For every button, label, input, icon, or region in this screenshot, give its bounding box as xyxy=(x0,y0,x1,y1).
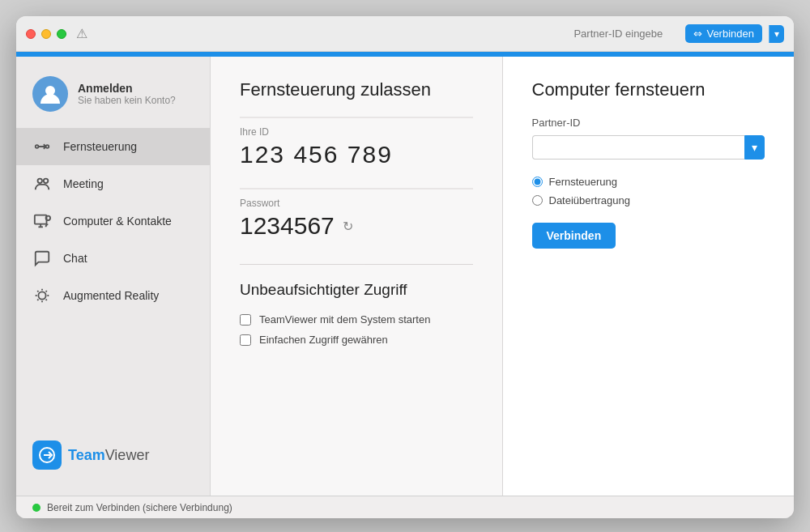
radio-fernsteuerung-label: Fernsteuerung xyxy=(549,176,618,188)
right-pane-title: Computer fernsteuern xyxy=(532,79,765,100)
user-section: Anmelden Sie haben kein Konto? xyxy=(16,70,210,128)
id-value: 123 456 789 xyxy=(240,141,473,168)
radio-group: Fernsteuerung Dateiübertragung xyxy=(532,176,765,206)
svg-point-1 xyxy=(36,145,39,148)
left-pane: Fernsteuerung zulassen Ihre ID 123 456 7… xyxy=(211,57,503,496)
radio-dateiuebertragung: Dateiübertragung xyxy=(532,194,765,206)
user-subtitle: Sie haben kein Konto? xyxy=(78,95,176,106)
sidebar-item-fernsteuerung[interactable]: Fernsteuerung xyxy=(16,128,210,165)
titlebar-connect-button[interactable]: ⇔ Verbinden xyxy=(685,24,762,43)
user-info: Anmelden Sie haben kein Konto? xyxy=(78,82,176,106)
svg-point-3 xyxy=(38,179,43,184)
svg-rect-5 xyxy=(35,215,47,224)
meeting-icon xyxy=(32,174,52,194)
logo-light: Viewer xyxy=(105,447,150,463)
titlebar-right: ⇔ Verbinden ▾ xyxy=(573,24,784,43)
main-content: Anmelden Sie haben kein Konto? Fernste xyxy=(16,57,794,496)
password-label: Passwort xyxy=(240,188,473,209)
radio-fernsteuerung: Fernsteuerung xyxy=(532,176,765,188)
augmented-reality-label: Augmented Reality xyxy=(63,289,159,302)
chat-icon xyxy=(32,249,52,268)
chat-label: Chat xyxy=(63,252,87,265)
id-label: Ihre ID xyxy=(240,117,473,138)
titlebar-partner-id-input[interactable] xyxy=(573,28,679,40)
partner-id-input[interactable] xyxy=(532,135,745,160)
main-window: ⚠ ⇔ Verbinden ▾ Anmel xyxy=(16,16,794,518)
status-dot xyxy=(32,504,40,512)
checkbox-system-start: TeamViewer mit dem System starten xyxy=(240,313,473,326)
svg-point-2 xyxy=(46,145,49,148)
nav-items: Fernsteuerung Meeting xyxy=(16,128,210,428)
titlebar-connect-label: Verbinden xyxy=(706,28,754,40)
content-area: Fernsteuerung zulassen Ihre ID 123 456 7… xyxy=(211,57,794,496)
titlebar: ⚠ ⇔ Verbinden ▾ xyxy=(16,16,794,52)
svg-point-9 xyxy=(38,292,45,299)
checkbox-system-start-input[interactable] xyxy=(240,314,251,326)
sidebar: Anmelden Sie haben kein Konto? Fernste xyxy=(16,57,211,496)
sidebar-item-augmented-reality[interactable]: Augmented Reality xyxy=(16,277,210,314)
computer-kontakte-label: Computer & Kontakte xyxy=(63,215,172,228)
left-pane-title: Fernsteuerung zulassen xyxy=(240,79,473,100)
password-text: 1234567 xyxy=(240,212,335,240)
fernsteuerung-icon xyxy=(32,137,52,156)
svg-point-4 xyxy=(44,179,49,184)
user-name: Anmelden xyxy=(78,82,176,95)
radio-dateiuebertragung-input[interactable] xyxy=(532,195,543,206)
logo-bold: Team xyxy=(68,447,105,463)
minimize-button[interactable] xyxy=(41,29,51,39)
checkbox-easy-access: Einfachen Zugriff gewähren xyxy=(240,334,473,346)
sidebar-item-meeting[interactable]: Meeting xyxy=(16,165,210,202)
traffic-lights xyxy=(26,29,66,39)
meeting-label: Meeting xyxy=(63,177,104,190)
radio-fernsteuerung-input[interactable] xyxy=(532,177,543,187)
close-button[interactable] xyxy=(26,29,36,39)
connect-arrow-icon: ⇔ xyxy=(693,28,702,40)
checkbox-easy-access-label: Einfachen Zugriff gewähren xyxy=(259,334,388,346)
fernsteuerung-label: Fernsteuerung xyxy=(63,140,137,153)
password-value: 1234567 ↻ xyxy=(240,212,473,240)
status-text: Bereit zum Verbinden (sichere Verbindung… xyxy=(47,502,232,513)
warning-icon: ⚠ xyxy=(76,26,87,41)
teamviewer-logo-text: TeamViewer xyxy=(68,447,149,464)
password-section: Passwort 1234567 ↻ xyxy=(240,188,473,240)
partner-id-label: Partner-ID xyxy=(532,117,765,129)
avatar xyxy=(32,76,68,112)
checkbox-system-start-label: TeamViewer mit dem System starten xyxy=(259,313,430,326)
right-pane: Computer fernsteuern Partner-ID ▾ Fernst… xyxy=(503,57,795,496)
refresh-icon[interactable]: ↻ xyxy=(343,219,353,234)
verbinden-button[interactable]: Verbinden xyxy=(532,223,616,249)
svg-point-8 xyxy=(46,216,51,221)
sidebar-logo: TeamViewer xyxy=(16,428,210,483)
divider xyxy=(240,264,473,265)
unattended-title: Unbeaufsichtigter Zugriff xyxy=(240,281,473,299)
partner-id-dropdown-button[interactable]: ▾ xyxy=(744,135,765,160)
teamviewer-logo-icon xyxy=(32,440,62,470)
radio-dateiuebertragung-label: Dateiübertragung xyxy=(549,194,630,206)
sidebar-item-chat[interactable]: Chat xyxy=(16,240,210,277)
sidebar-item-computer-kontakte[interactable]: Computer & Kontakte xyxy=(16,202,210,240)
id-section: Ihre ID 123 456 789 xyxy=(240,117,473,168)
augmented-reality-icon xyxy=(32,286,52,305)
titlebar-connect-dropdown[interactable]: ▾ xyxy=(769,25,784,43)
partner-id-row: ▾ xyxy=(532,135,765,160)
checkbox-easy-access-input[interactable] xyxy=(240,334,251,346)
status-bar: Bereit zum Verbinden (sichere Verbindung… xyxy=(16,496,794,518)
maximize-button[interactable] xyxy=(57,29,66,39)
computer-kontakte-icon xyxy=(32,211,52,231)
